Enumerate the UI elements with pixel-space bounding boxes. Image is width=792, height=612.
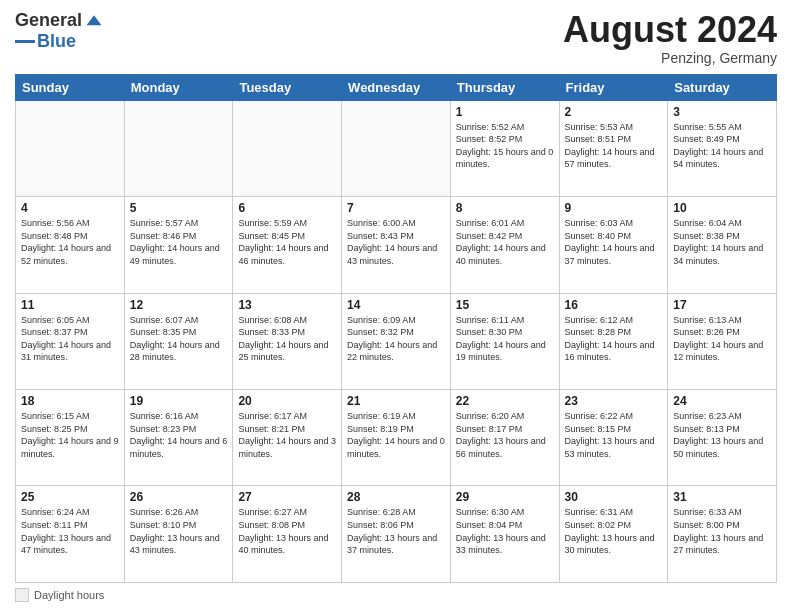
week-row-0: 1Sunrise: 5:52 AM Sunset: 8:52 PM Daylig… [16, 100, 777, 196]
cell-1-4: 8Sunrise: 6:01 AM Sunset: 8:42 PM Daylig… [450, 197, 559, 293]
day-number-9: 9 [565, 201, 663, 215]
day-info-3: Sunrise: 5:55 AM Sunset: 8:49 PM Dayligh… [673, 121, 771, 171]
day-info-12: Sunrise: 6:07 AM Sunset: 8:35 PM Dayligh… [130, 314, 228, 364]
cell-4-3: 28Sunrise: 6:28 AM Sunset: 8:06 PM Dayli… [342, 486, 451, 583]
footer-label: Daylight hours [34, 589, 104, 601]
cell-2-2: 13Sunrise: 6:08 AM Sunset: 8:33 PM Dayli… [233, 293, 342, 389]
cell-4-2: 27Sunrise: 6:27 AM Sunset: 8:08 PM Dayli… [233, 486, 342, 583]
day-number-8: 8 [456, 201, 554, 215]
day-info-7: Sunrise: 6:00 AM Sunset: 8:43 PM Dayligh… [347, 217, 445, 267]
day-info-27: Sunrise: 6:27 AM Sunset: 8:08 PM Dayligh… [238, 506, 336, 556]
col-saturday: Saturday [668, 74, 777, 100]
day-info-24: Sunrise: 6:23 AM Sunset: 8:13 PM Dayligh… [673, 410, 771, 460]
footer-box [15, 588, 29, 602]
cell-3-4: 22Sunrise: 6:20 AM Sunset: 8:17 PM Dayli… [450, 390, 559, 486]
day-number-24: 24 [673, 394, 771, 408]
day-number-30: 30 [565, 490, 663, 504]
col-wednesday: Wednesday [342, 74, 451, 100]
day-info-1: Sunrise: 5:52 AM Sunset: 8:52 PM Dayligh… [456, 121, 554, 171]
day-number-29: 29 [456, 490, 554, 504]
day-number-7: 7 [347, 201, 445, 215]
cell-3-0: 18Sunrise: 6:15 AM Sunset: 8:25 PM Dayli… [16, 390, 125, 486]
day-number-18: 18 [21, 394, 119, 408]
day-number-19: 19 [130, 394, 228, 408]
week-row-4: 25Sunrise: 6:24 AM Sunset: 8:11 PM Dayli… [16, 486, 777, 583]
day-info-18: Sunrise: 6:15 AM Sunset: 8:25 PM Dayligh… [21, 410, 119, 460]
cell-3-2: 20Sunrise: 6:17 AM Sunset: 8:21 PM Dayli… [233, 390, 342, 486]
cell-1-6: 10Sunrise: 6:04 AM Sunset: 8:38 PM Dayli… [668, 197, 777, 293]
day-number-5: 5 [130, 201, 228, 215]
cell-2-5: 16Sunrise: 6:12 AM Sunset: 8:28 PM Dayli… [559, 293, 668, 389]
day-info-21: Sunrise: 6:19 AM Sunset: 8:19 PM Dayligh… [347, 410, 445, 460]
day-number-16: 16 [565, 298, 663, 312]
day-info-29: Sunrise: 6:30 AM Sunset: 8:04 PM Dayligh… [456, 506, 554, 556]
day-info-25: Sunrise: 6:24 AM Sunset: 8:11 PM Dayligh… [21, 506, 119, 556]
footer: Daylight hours [15, 588, 777, 602]
col-sunday: Sunday [16, 74, 125, 100]
day-info-17: Sunrise: 6:13 AM Sunset: 8:26 PM Dayligh… [673, 314, 771, 364]
col-friday: Friday [559, 74, 668, 100]
day-number-17: 17 [673, 298, 771, 312]
day-number-27: 27 [238, 490, 336, 504]
day-info-26: Sunrise: 6:26 AM Sunset: 8:10 PM Dayligh… [130, 506, 228, 556]
day-number-1: 1 [456, 105, 554, 119]
cell-3-5: 23Sunrise: 6:22 AM Sunset: 8:15 PM Dayli… [559, 390, 668, 486]
cell-4-4: 29Sunrise: 6:30 AM Sunset: 8:04 PM Dayli… [450, 486, 559, 583]
day-info-28: Sunrise: 6:28 AM Sunset: 8:06 PM Dayligh… [347, 506, 445, 556]
day-number-13: 13 [238, 298, 336, 312]
day-info-15: Sunrise: 6:11 AM Sunset: 8:30 PM Dayligh… [456, 314, 554, 364]
week-row-3: 18Sunrise: 6:15 AM Sunset: 8:25 PM Dayli… [16, 390, 777, 486]
week-row-1: 4Sunrise: 5:56 AM Sunset: 8:48 PM Daylig… [16, 197, 777, 293]
week-row-2: 11Sunrise: 6:05 AM Sunset: 8:37 PM Dayli… [16, 293, 777, 389]
cell-0-0 [16, 100, 125, 196]
day-number-23: 23 [565, 394, 663, 408]
cell-1-5: 9Sunrise: 6:03 AM Sunset: 8:40 PM Daylig… [559, 197, 668, 293]
cell-2-6: 17Sunrise: 6:13 AM Sunset: 8:26 PM Dayli… [668, 293, 777, 389]
subtitle: Penzing, Germany [563, 50, 777, 66]
cell-4-1: 26Sunrise: 6:26 AM Sunset: 8:10 PM Dayli… [124, 486, 233, 583]
page: General Blue August 2024 Penzing, German… [0, 0, 792, 612]
day-number-6: 6 [238, 201, 336, 215]
logo: General Blue [15, 10, 104, 52]
day-number-20: 20 [238, 394, 336, 408]
cell-2-4: 15Sunrise: 6:11 AM Sunset: 8:30 PM Dayli… [450, 293, 559, 389]
cell-2-0: 11Sunrise: 6:05 AM Sunset: 8:37 PM Dayli… [16, 293, 125, 389]
header: General Blue August 2024 Penzing, German… [15, 10, 777, 66]
day-info-13: Sunrise: 6:08 AM Sunset: 8:33 PM Dayligh… [238, 314, 336, 364]
cell-4-0: 25Sunrise: 6:24 AM Sunset: 8:11 PM Dayli… [16, 486, 125, 583]
cell-4-5: 30Sunrise: 6:31 AM Sunset: 8:02 PM Dayli… [559, 486, 668, 583]
logo-general: General [15, 10, 82, 31]
day-info-20: Sunrise: 6:17 AM Sunset: 8:21 PM Dayligh… [238, 410, 336, 460]
day-info-8: Sunrise: 6:01 AM Sunset: 8:42 PM Dayligh… [456, 217, 554, 267]
cell-1-3: 7Sunrise: 6:00 AM Sunset: 8:43 PM Daylig… [342, 197, 451, 293]
day-info-5: Sunrise: 5:57 AM Sunset: 8:46 PM Dayligh… [130, 217, 228, 267]
day-number-11: 11 [21, 298, 119, 312]
calendar-header-row: Sunday Monday Tuesday Wednesday Thursday… [16, 74, 777, 100]
day-info-11: Sunrise: 6:05 AM Sunset: 8:37 PM Dayligh… [21, 314, 119, 364]
cell-0-4: 1Sunrise: 5:52 AM Sunset: 8:52 PM Daylig… [450, 100, 559, 196]
day-number-25: 25 [21, 490, 119, 504]
day-info-19: Sunrise: 6:16 AM Sunset: 8:23 PM Dayligh… [130, 410, 228, 460]
title-area: August 2024 Penzing, Germany [563, 10, 777, 66]
day-number-22: 22 [456, 394, 554, 408]
day-number-4: 4 [21, 201, 119, 215]
day-number-21: 21 [347, 394, 445, 408]
cell-3-1: 19Sunrise: 6:16 AM Sunset: 8:23 PM Dayli… [124, 390, 233, 486]
cell-0-2 [233, 100, 342, 196]
col-monday: Monday [124, 74, 233, 100]
day-number-15: 15 [456, 298, 554, 312]
cell-1-1: 5Sunrise: 5:57 AM Sunset: 8:46 PM Daylig… [124, 197, 233, 293]
month-title: August 2024 [563, 10, 777, 50]
day-info-30: Sunrise: 6:31 AM Sunset: 8:02 PM Dayligh… [565, 506, 663, 556]
logo-icon [84, 11, 104, 31]
day-info-9: Sunrise: 6:03 AM Sunset: 8:40 PM Dayligh… [565, 217, 663, 267]
logo-blue: Blue [37, 31, 76, 52]
cell-3-3: 21Sunrise: 6:19 AM Sunset: 8:19 PM Dayli… [342, 390, 451, 486]
day-number-26: 26 [130, 490, 228, 504]
calendar-table: Sunday Monday Tuesday Wednesday Thursday… [15, 74, 777, 583]
cell-1-0: 4Sunrise: 5:56 AM Sunset: 8:48 PM Daylig… [16, 197, 125, 293]
day-info-31: Sunrise: 6:33 AM Sunset: 8:00 PM Dayligh… [673, 506, 771, 556]
day-number-12: 12 [130, 298, 228, 312]
col-thursday: Thursday [450, 74, 559, 100]
day-number-3: 3 [673, 105, 771, 119]
